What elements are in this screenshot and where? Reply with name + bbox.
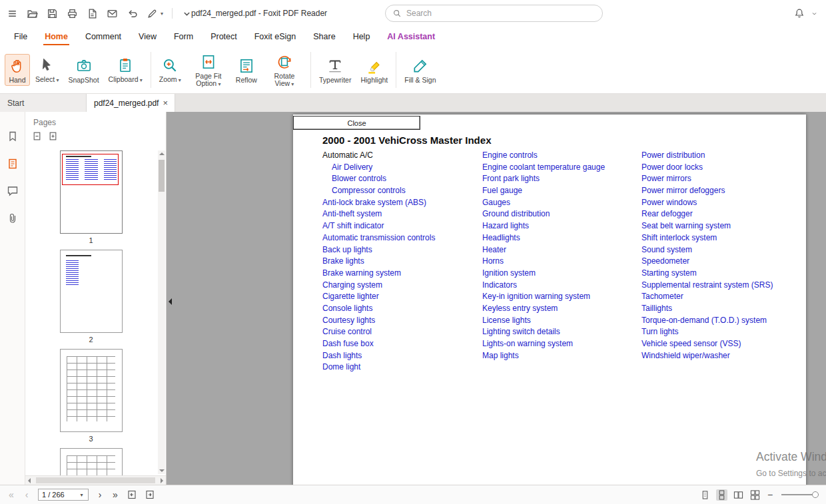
index-link[interactable]: Front park lights xyxy=(482,173,605,185)
pen-tool-icon[interactable] xyxy=(147,8,158,19)
next-page-button[interactable]: › xyxy=(96,490,104,499)
index-link[interactable]: Heater xyxy=(482,244,605,256)
last-page-button[interactable]: » xyxy=(111,490,119,499)
horizontal-scroll-thumb[interactable] xyxy=(36,477,155,483)
index-link[interactable]: Lights-on warning system xyxy=(482,338,605,350)
enlarge-thumbnails-icon[interactable] xyxy=(48,131,58,141)
index-link[interactable]: Brake lights xyxy=(322,256,435,268)
undo-icon[interactable] xyxy=(127,8,138,19)
page-number-dropdown-icon[interactable]: ▾ xyxy=(77,492,86,498)
zoom-slider-handle[interactable] xyxy=(812,491,819,498)
tool-zoom[interactable]: Zoom ▾ xyxy=(155,53,185,87)
bell-dropdown-chevron-icon[interactable] xyxy=(811,10,818,17)
tool-highlight[interactable]: Highlight xyxy=(356,54,392,87)
tool-reflow[interactable]: Reflow xyxy=(232,54,261,87)
index-link[interactable]: Sound system xyxy=(641,244,773,256)
index-link[interactable]: Brake warning system xyxy=(322,268,435,280)
index-link[interactable]: Courtesy lights xyxy=(322,315,435,327)
continuous-view-icon[interactable] xyxy=(716,489,727,501)
facing-view-icon[interactable] xyxy=(733,489,744,501)
index-link[interactable]: Key-in ignition warning system xyxy=(482,291,605,303)
index-link[interactable]: Power windows xyxy=(641,197,773,209)
page-number-input[interactable] xyxy=(39,491,77,499)
scroll-left-arrow-icon[interactable] xyxy=(28,478,31,483)
search-input[interactable] xyxy=(406,9,596,18)
open-file-icon[interactable] xyxy=(27,8,38,19)
index-link[interactable]: Tachometer xyxy=(641,291,773,303)
vertical-scroll-thumb[interactable] xyxy=(159,160,165,192)
email-icon[interactable] xyxy=(107,8,118,19)
previous-view-icon[interactable] xyxy=(127,489,137,500)
index-link[interactable]: Supplemental restraint system (SRS) xyxy=(641,280,773,292)
pen-tool-dropdown-icon[interactable]: ▾ xyxy=(161,11,163,17)
zoom-slider[interactable] xyxy=(781,494,819,495)
panel-collapse-handle[interactable] xyxy=(167,293,173,310)
scroll-right-arrow-icon[interactable] xyxy=(161,478,163,483)
index-link[interactable]: Compressor controls xyxy=(322,185,435,197)
tool-snapshot[interactable]: SnapShot xyxy=(64,54,103,87)
menu-home[interactable]: Home xyxy=(36,27,77,47)
page-thumbnail-2[interactable] xyxy=(60,250,123,333)
scroll-up-arrow-icon[interactable] xyxy=(159,152,165,155)
shrink-thumbnails-icon[interactable] xyxy=(32,131,42,141)
index-link[interactable]: Console lights xyxy=(322,303,435,315)
index-link[interactable]: Air Delivery xyxy=(322,162,435,174)
index-link[interactable]: Headlights xyxy=(482,232,605,244)
index-link[interactable]: Fuel gauge xyxy=(482,185,605,197)
index-link[interactable]: Horns xyxy=(482,256,605,268)
index-link[interactable]: Keyless entry system xyxy=(482,303,605,315)
index-link[interactable]: Cigarette lighter xyxy=(322,291,435,303)
page-thumbnail-3[interactable] xyxy=(60,349,123,432)
index-link[interactable]: Dash fuse box xyxy=(322,338,435,350)
index-link[interactable]: Blower controls xyxy=(322,173,435,185)
index-link[interactable]: Power door locks xyxy=(641,162,773,174)
index-link[interactable]: Charging system xyxy=(322,280,435,292)
index-link[interactable]: Back up lights xyxy=(322,244,435,256)
comments-panel-icon[interactable] xyxy=(7,185,19,197)
zoom-out-button[interactable]: − xyxy=(766,490,774,499)
print-icon[interactable] xyxy=(67,8,78,19)
previous-page-button[interactable]: ‹ xyxy=(23,490,31,499)
index-link[interactable]: Engine controls xyxy=(482,150,605,162)
menu-protect[interactable]: Protect xyxy=(202,27,246,47)
single-page-view-icon[interactable] xyxy=(699,489,711,501)
tool-clipboard[interactable]: Clipboard ▾ xyxy=(105,53,147,87)
index-link[interactable]: Hazard lights xyxy=(482,220,605,232)
first-page-button[interactable]: « xyxy=(7,490,15,499)
index-link[interactable]: Windshield wiper/washer xyxy=(641,350,773,362)
index-link[interactable]: Indicators xyxy=(482,280,605,292)
index-link[interactable]: Turn lights xyxy=(641,326,773,338)
tool-fillsign[interactable]: Fill & Sign xyxy=(400,54,440,87)
index-link[interactable]: Speedometer xyxy=(641,256,773,268)
index-link[interactable]: A/T shift indicator xyxy=(322,220,435,232)
sidebar-vertical-scrollbar[interactable] xyxy=(158,150,165,474)
menu-help[interactable]: Help xyxy=(344,27,379,47)
index-link[interactable]: Lighting switch details xyxy=(482,326,605,338)
index-link[interactable]: Gauges xyxy=(482,197,605,209)
scroll-down-arrow-icon[interactable] xyxy=(159,469,165,472)
index-link[interactable]: Map lights xyxy=(482,350,605,362)
tab-document[interactable]: pdf24_merged.pdf× xyxy=(87,94,175,112)
hamburger-menu-icon[interactable] xyxy=(7,8,18,19)
index-link[interactable]: Engine coolant temperature gauge xyxy=(482,162,605,174)
index-link[interactable]: Dash lights xyxy=(322,350,435,362)
pages-panel-icon[interactable] xyxy=(7,158,19,170)
menu-comment[interactable]: Comment xyxy=(77,27,130,47)
index-link[interactable]: Power mirror defoggers xyxy=(641,185,773,197)
sidebar-horizontal-scrollbar[interactable] xyxy=(25,475,166,485)
tool-typewriter[interactable]: Typewriter xyxy=(315,54,355,87)
tool-hand[interactable]: Hand xyxy=(5,54,30,87)
index-link[interactable]: Dome light xyxy=(322,362,435,374)
search-box[interactable] xyxy=(385,5,603,22)
menu-form[interactable]: Form xyxy=(165,27,202,47)
tool-rotate[interactable]: Rotate View ▾ xyxy=(262,50,306,91)
quick-print-icon[interactable] xyxy=(87,8,98,19)
tab-close-icon[interactable]: × xyxy=(163,99,168,107)
index-link[interactable]: Taillights xyxy=(641,303,773,315)
index-link[interactable]: Torque-on-demand (T.O.D.) system xyxy=(641,315,773,327)
index-link[interactable]: Shift interlock system xyxy=(641,232,773,244)
next-view-icon[interactable] xyxy=(145,489,155,500)
page-thumbnail-4[interactable] xyxy=(60,448,123,475)
index-link[interactable]: Anti-theft system xyxy=(322,208,435,220)
tool-pagefit[interactable]: Page Fit Option ▾ xyxy=(187,50,230,91)
